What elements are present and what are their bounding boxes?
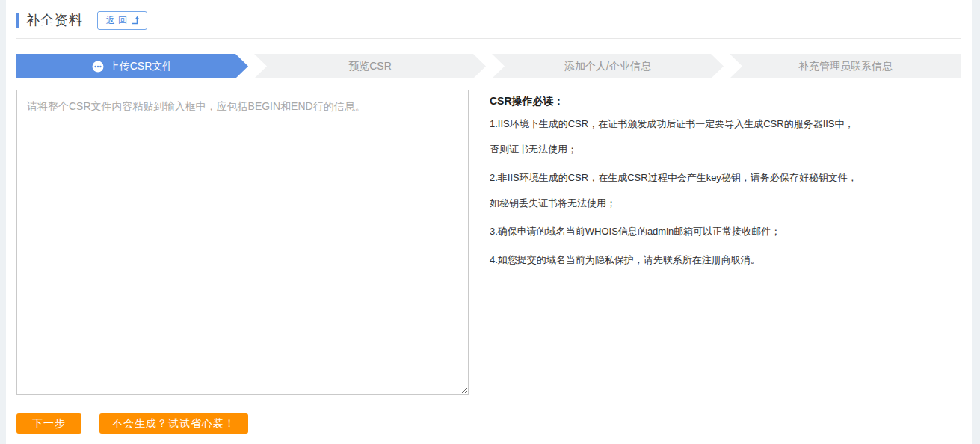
next-step-button[interactable]: 下一步 bbox=[16, 413, 81, 434]
page-title: 补全资料 bbox=[26, 11, 83, 29]
step-label: 预览CSR bbox=[348, 60, 392, 73]
notice-item-2: 2.非IIS环境生成的CSR，在生成CSR过程中会产生key秘钥，请务必保存好秘… bbox=[490, 165, 863, 216]
step-label: 添加个人/企业信息 bbox=[564, 60, 651, 73]
page-card: 补全资料 返回 上传CSR文件 bbox=[6, 0, 972, 444]
back-button-label: 返回 bbox=[106, 14, 130, 27]
csr-notice-panel: CSR操作必读： 1.IIS环境下生成的CSR，在证书颁发成功后证书一定要导入生… bbox=[490, 90, 863, 395]
header-divider bbox=[16, 38, 961, 39]
title-accent-bar bbox=[16, 13, 19, 28]
main-content: CSR操作必读： 1.IIS环境下生成的CSR，在证书颁发成功后证书一定要导入生… bbox=[16, 90, 961, 395]
step-upload-csr: 上传CSR文件 bbox=[16, 54, 248, 78]
dots-bubble-icon bbox=[92, 61, 104, 73]
csr-input-textarea[interactable] bbox=[16, 90, 469, 395]
return-arrow-icon bbox=[130, 16, 141, 25]
step-personal-company-info: 添加个人/企业信息 bbox=[492, 54, 724, 78]
easy-install-helper-button[interactable]: 不会生成？试试省心装！ bbox=[99, 413, 248, 434]
notice-item-1: 1.IIS环境下生成的CSR，在证书颁发成功后证书一定要导入生成CSR的服务器I… bbox=[490, 111, 863, 162]
notice-title: CSR操作必读： bbox=[490, 95, 863, 108]
notice-item-4: 4.如您提交的域名当前为隐私保护，请先联系所在注册商取消。 bbox=[490, 247, 863, 273]
back-button[interactable]: 返回 bbox=[97, 11, 147, 30]
page-header: 补全资料 返回 bbox=[16, 11, 961, 29]
notice-item-3: 3.确保申请的域名当前WHOIS信息的admin邮箱可以正常接收邮件； bbox=[490, 219, 863, 244]
step-label: 补充管理员联系信息 bbox=[798, 60, 893, 73]
step-label: 上传CSR文件 bbox=[109, 60, 173, 73]
step-admin-contact-info: 补充管理员联系信息 bbox=[730, 54, 961, 78]
step-preview-csr: 预览CSR bbox=[254, 54, 486, 78]
wizard-stepper: 上传CSR文件 预览CSR 添加个人/企业信息 补充管理员联系信息 bbox=[16, 54, 961, 78]
footer-actions: 下一步 不会生成？试试省心装！ bbox=[16, 413, 961, 434]
